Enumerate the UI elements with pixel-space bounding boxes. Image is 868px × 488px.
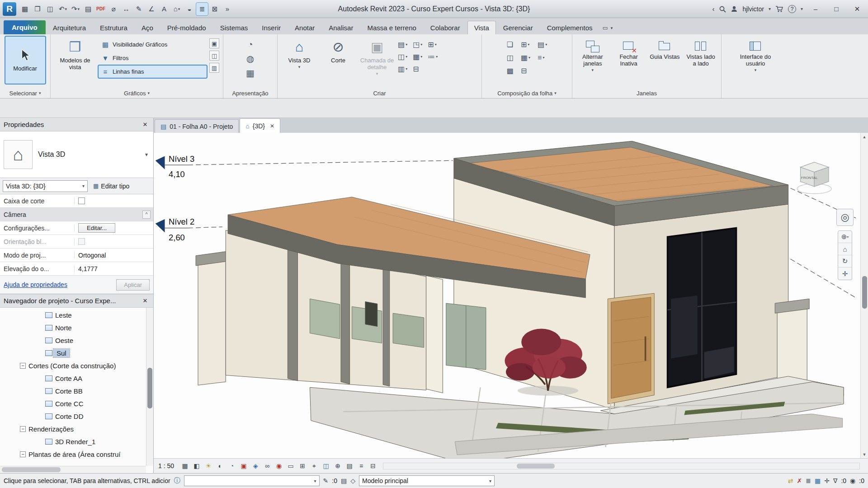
- ribbon-tab[interactable]: Anotar: [288, 21, 321, 34]
- worksharing-sync-icon[interactable]: ⇄: [788, 477, 793, 484]
- signed-in-user[interactable]: hjlvictor: [742, 5, 764, 13]
- property-row[interactable]: Caixa de corte: [0, 194, 153, 208]
- drawing-canvas[interactable]: Nível 3 4,10 Nível 2 2,60: [154, 133, 868, 458]
- composicao-small-button[interactable]: ⊞ ▾: [521, 40, 530, 49]
- search-icon[interactable]: [719, 5, 726, 13]
- composicao-small-button[interactable]: ▩ ▾: [507, 66, 514, 75]
- sun-path-icon[interactable]: ☀: [203, 460, 214, 471]
- lines-icon[interactable]: ≡: [356, 460, 367, 471]
- close-button[interactable]: ✕: [849, 2, 865, 16]
- janelas-button[interactable]: ✕ Guia Vistas ▾: [648, 37, 682, 84]
- criar-big-button[interactable]: ▣ Chamada de detalhe ▾: [359, 37, 395, 84]
- properties-header[interactable]: Propriedades ✕: [0, 118, 153, 131]
- steering-wheel-icon[interactable]: ◎: [836, 209, 854, 226]
- criar-small-button[interactable]: ▦ ▾: [413, 52, 422, 61]
- select-links-icon[interactable]: ≣: [806, 477, 811, 484]
- model-line-icon[interactable]: ✎ ▾: [133, 3, 145, 15]
- criar-small-button[interactable]: ▥ ▾: [398, 65, 407, 73]
- close-hidden-windows-icon[interactable]: ⊠ ▾: [209, 3, 221, 15]
- scrollbar-thumb[interactable]: [517, 464, 555, 469]
- graficos-row-button[interactable]: ▼ Filtros: [99, 52, 207, 64]
- collapse-icon[interactable]: −: [20, 426, 26, 432]
- user-icon[interactable]: [731, 5, 738, 13]
- angle-icon[interactable]: ∠ ▾: [146, 3, 157, 15]
- graficos-row-button[interactable]: ▦ Visibilidade/ Gráficos: [99, 38, 207, 51]
- tree-item[interactable]: − Leste: [0, 309, 153, 321]
- ribbon-tab[interactable]: Arquitetura: [46, 21, 93, 34]
- type-selector-dropdown-icon[interactable]: ▾: [145, 151, 150, 158]
- edit-type-button[interactable]: ▦ Editar tipo: [90, 181, 132, 191]
- criar-small-button[interactable]: ⊞ ▾: [428, 40, 438, 49]
- constraints-icon[interactable]: ⌖: [309, 460, 320, 471]
- criar-big-button[interactable]: ⌂ Vista 3D ▾: [281, 37, 317, 84]
- group-label-selecionar[interactable]: Selecionar▾: [0, 88, 50, 98]
- ribbon-tab[interactable]: Complementos: [540, 21, 599, 34]
- warnings-icon[interactable]: ✗: [797, 477, 802, 484]
- visual-style-icon[interactable]: ◧: [191, 460, 202, 471]
- close-browser-icon[interactable]: ✕: [141, 297, 150, 304]
- view-scale[interactable]: 1 : 50: [158, 462, 174, 469]
- hide-analytical-icon[interactable]: ⊞: [297, 460, 308, 471]
- drag-elements-icon[interactable]: ✛: [824, 477, 830, 484]
- help-icon[interactable]: ?: [788, 5, 796, 13]
- collapse-section-icon[interactable]: ^: [142, 211, 151, 219]
- tree-item[interactable]: − Corte DD: [0, 410, 153, 422]
- composicao-small-button[interactable]: ≡ ▾: [538, 53, 547, 62]
- collapse-icon[interactable]: ⊟: [368, 460, 378, 471]
- thin-lines-icon[interactable]: ≣ ▾: [196, 3, 208, 15]
- ribbon-tab[interactable]: Vista: [467, 21, 496, 34]
- selection-filter-icon[interactable]: ◉: [850, 477, 855, 484]
- print-icon[interactable]: ▤ ▾: [82, 3, 94, 15]
- janelas-button[interactable]: ✕ Vistas lado a lado ▾: [684, 37, 717, 84]
- modify-button[interactable]: Modificar: [5, 37, 45, 84]
- scrollbar-thumb[interactable]: [147, 368, 152, 408]
- measure-icon[interactable]: ⌀ ▾: [108, 3, 119, 15]
- section-icon[interactable]: ◒ ▾: [184, 3, 195, 15]
- properties-help-link[interactable]: Ajuda de propriedades: [4, 281, 67, 288]
- tree-item[interactable]: − Corte AA: [0, 372, 153, 385]
- graficos-mini-button[interactable]: ▥: [209, 63, 219, 73]
- orbit-icon[interactable]: ↻: [838, 255, 852, 267]
- apply-button[interactable]: Aplicar: [116, 279, 150, 291]
- ribbon-tab[interactable]: Gerenciar: [496, 21, 540, 34]
- property-row[interactable]: Modo de proj... Ortogonal: [0, 249, 153, 262]
- property-section-row[interactable]: Câmera ^: [0, 208, 153, 221]
- status-mid-icon[interactable]: ◇: [350, 477, 355, 484]
- status-mid-icon[interactable]: ▤: [341, 477, 347, 484]
- view-type-combobox[interactable]: Vista 3D: {3D} ▾: [3, 180, 88, 192]
- tree-item[interactable]: − Corte CC: [0, 397, 153, 410]
- save-icon[interactable]: ◫ ▾: [44, 3, 56, 15]
- composicao-small-button[interactable]: ▦ ▾: [521, 53, 530, 62]
- revit-logo[interactable]: R: [3, 2, 16, 16]
- apresentacao-button[interactable]: ◍: [245, 54, 255, 64]
- ribbon-tab[interactable]: Massa e terreno: [360, 21, 423, 34]
- close-view-icon[interactable]: ✕: [270, 123, 274, 129]
- ribbon-tab[interactable]: Analisar: [322, 21, 360, 34]
- group-label-graficos[interactable]: Gráficos▾: [51, 88, 223, 98]
- scroll-up-icon[interactable]: ▲: [861, 133, 868, 141]
- criar-small-button[interactable]: ◫ ▾: [398, 52, 407, 61]
- composicao-small-button[interactable]: ◫ ▾: [507, 53, 514, 62]
- criar-small-button[interactable]: ≔ ▾: [428, 52, 438, 61]
- render-icon[interactable]: ◔: [226, 460, 237, 471]
- janelas-button[interactable]: ✕ Fechar Inativa ▾: [612, 37, 646, 84]
- sheet-icon[interactable]: ▤: [344, 460, 355, 471]
- canvas-horizontal-scrollbar[interactable]: [383, 463, 860, 469]
- tree-item[interactable]: − 3D Render_1: [0, 435, 153, 448]
- composicao-small-button[interactable]: ❏ ▾: [507, 40, 514, 49]
- tree-item[interactable]: − Corte BB: [0, 385, 153, 397]
- view-templates-button[interactable]: ❒ Modelos de vista: [54, 37, 96, 84]
- help-dropdown-icon[interactable]: ▾: [801, 6, 803, 11]
- active-workset-combobox[interactable]: ▾: [184, 475, 320, 486]
- worksharing-info-icon[interactable]: ⓘ: [174, 477, 180, 485]
- viewcube[interactable]: FRONTAL: [797, 162, 831, 194]
- canvas-vertical-scrollbar[interactable]: ▲ ▼: [860, 133, 868, 458]
- scrollbar-thumb[interactable]: [862, 276, 867, 309]
- maximize-button[interactable]: □: [828, 2, 844, 16]
- collapse-icon[interactable]: −: [20, 363, 26, 369]
- home-view-icon[interactable]: ⌂: [838, 243, 852, 255]
- reveal-hidden-icon[interactable]: ◉: [274, 460, 284, 471]
- worksharing-display-icon[interactable]: ◫: [321, 460, 331, 471]
- design-option-combobox[interactable]: Modelo principal ▾: [359, 475, 495, 486]
- collapse-icon[interactable]: −: [20, 451, 26, 457]
